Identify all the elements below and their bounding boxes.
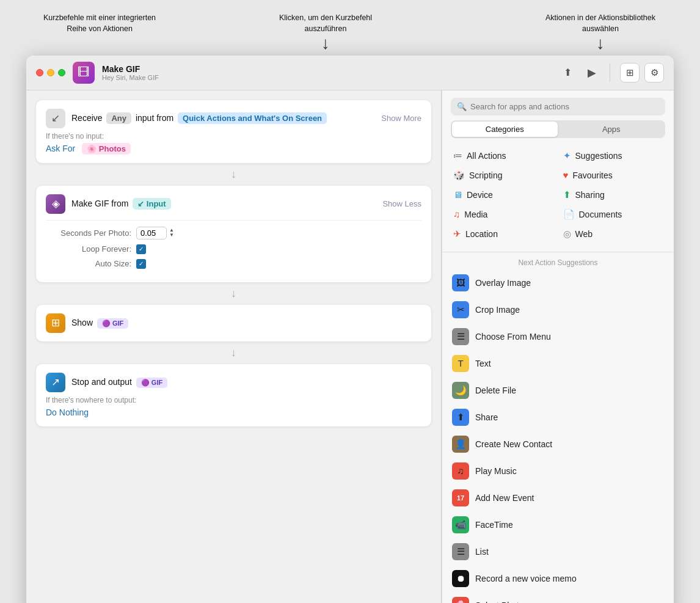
web-icon: ◎ — [563, 228, 571, 239]
category-media[interactable]: ♫ Media — [451, 205, 556, 224]
scripting-icon: 🎲 — [453, 170, 465, 181]
make-gif-content: Make GIF from ↙ Input — [71, 198, 376, 210]
separator — [442, 252, 674, 252]
documents-icon: 📄 — [563, 209, 575, 220]
tab-bar: Categories Apps — [451, 120, 665, 138]
action-delete-file[interactable]: 🌙 Delete File — [447, 377, 669, 404]
text-label: Text — [475, 359, 491, 368]
left-panel: ↙ Receive Any input from Quick Actions a… — [26, 90, 442, 603]
receive-content: Receive Any input from Quick Actions and… — [71, 112, 375, 124]
right-title-actions: ⊞ ⚙ — [620, 63, 664, 82]
favourites-icon: ♥ — [563, 170, 569, 180]
action-text[interactable]: T Text — [447, 350, 669, 377]
category-device[interactable]: 🖥 Device — [451, 186, 556, 204]
category-location[interactable]: ✈ Location — [451, 225, 556, 243]
text-icon: T — [452, 355, 469, 372]
category-scripting[interactable]: 🎲 Scripting — [451, 166, 556, 185]
settings-button[interactable]: ⚙ — [644, 63, 664, 82]
search-input[interactable] — [470, 102, 659, 111]
right-panel: 🔍 Categories Apps ≔ All Actions ✦ — [442, 90, 674, 603]
do-nothing-link[interactable]: Do Nothing — [46, 407, 89, 417]
select-photos-icon: 🌸 — [452, 597, 469, 603]
action-crop-image[interactable]: ✂ Crop Image — [447, 296, 669, 323]
run-button[interactable]: ▶ — [584, 65, 600, 81]
photos-badge[interactable]: 🌸 Photos — [82, 143, 131, 155]
traffic-lights — [36, 69, 65, 76]
ask-for-link[interactable]: Ask For — [46, 144, 75, 153]
documents-label: Documents — [579, 210, 622, 219]
action-create-contact[interactable]: 👤 Create New Contact — [447, 431, 669, 458]
action-share[interactable]: ⬆ Share — [447, 404, 669, 431]
action-facetime[interactable]: 📹 FaceTime — [447, 511, 669, 538]
category-all-actions[interactable]: ≔ All Actions — [451, 147, 556, 165]
search-wrap[interactable]: 🔍 — [451, 98, 665, 115]
stop-card: ↗ Stop and output 🟣 GIF If there's nowhe… — [36, 364, 431, 426]
overlay-image-label: Overlay Image — [475, 278, 531, 288]
action-play-music[interactable]: ♫ Play Music — [447, 458, 669, 484]
actions-list: 🖼 Overlay Image ✂ Crop Image ☰ Choose Fr… — [442, 269, 674, 603]
show-more-btn[interactable]: Show More — [381, 114, 421, 123]
connector-arrow-2: ↓ — [36, 287, 431, 300]
minimize-button[interactable] — [47, 69, 54, 76]
suggestions-header: Next Action Suggestions — [442, 255, 674, 269]
sharing-icon: ⬆ — [563, 189, 571, 200]
title-bar: 🎞 Make GIF Hey Siri, Make GIF ⬆ ▶ ⊞ ⚙ — [26, 56, 674, 90]
category-favourites[interactable]: ♥ Favourites — [561, 166, 666, 185]
any-badge[interactable]: Any — [106, 112, 131, 124]
action-overlay-image[interactable]: 🖼 Overlay Image — [447, 269, 669, 296]
choose-from-menu-label: Choose From Menu — [475, 332, 551, 342]
action-select-photos[interactable]: 🌸 Select Photos — [447, 592, 669, 603]
autosize-label: Auto Size: — [46, 259, 131, 268]
receive-label: Receive — [71, 113, 104, 123]
loop-checkbox[interactable]: ✓ — [136, 244, 146, 254]
tab-categories[interactable]: Categories — [452, 122, 558, 137]
add-action-button[interactable]: ⊞ — [620, 63, 640, 82]
category-sharing[interactable]: ⬆ Sharing — [561, 186, 666, 204]
create-contact-icon: 👤 — [452, 436, 469, 453]
title-actions: ⬆ ▶ — [558, 64, 600, 82]
search-icon: 🔍 — [457, 102, 467, 111]
show-less-btn[interactable]: Show Less — [382, 199, 421, 208]
divider — [610, 64, 610, 82]
list-label: List — [475, 547, 489, 557]
category-documents[interactable]: 📄 Documents — [561, 205, 666, 224]
share-button[interactable]: ⬆ — [558, 64, 577, 82]
action-list[interactable]: ☰ List — [447, 538, 669, 565]
all-actions-label: All Actions — [467, 151, 506, 161]
action-voice-memo[interactable]: ⏺ Record a new voice memo — [447, 565, 669, 592]
autosize-row: Auto Size: ✓ — [46, 259, 421, 269]
show-gif-badge[interactable]: 🟣 GIF — [97, 318, 128, 329]
scripting-label: Scripting — [469, 170, 502, 180]
category-web[interactable]: ◎ Web — [561, 225, 666, 243]
make-gif-label: Make GIF from — [71, 199, 131, 208]
search-bar: 🔍 — [442, 90, 674, 120]
tab-apps[interactable]: Apps — [559, 122, 665, 137]
share-label: Share — [475, 412, 498, 422]
spinner-arrows[interactable]: ▲ ▼ — [169, 228, 174, 238]
select-photos-label: Select Photos — [475, 601, 528, 603]
show-label: Show — [71, 318, 95, 327]
show-content: Show 🟣 GIF — [71, 318, 421, 329]
arrow-down[interactable]: ▼ — [169, 233, 174, 238]
crop-image-label: Crop Image — [475, 305, 520, 315]
action-choose-from-menu[interactable]: ☰ Choose From Menu — [447, 323, 669, 350]
delete-file-icon: 🌙 — [452, 382, 469, 399]
action-add-event[interactable]: 17 Add New Event — [447, 484, 669, 511]
input-badge[interactable]: ↙ Input — [133, 198, 170, 210]
quick-actions-badge[interactable]: Quick Actions and What's On Screen — [178, 112, 327, 124]
loop-label: Loop Forever: — [46, 244, 131, 254]
seconds-input[interactable] — [136, 227, 167, 239]
delete-file-label: Delete File — [475, 386, 516, 395]
title-info: Make GIF Hey Siri, Make GIF — [102, 64, 551, 81]
close-button[interactable] — [36, 69, 43, 76]
category-suggestions[interactable]: ✦ Suggestions — [561, 147, 666, 165]
web-label: Web — [575, 229, 593, 239]
seconds-spinner[interactable]: ▲ ▼ — [136, 227, 174, 239]
connector-arrow-3: ↓ — [36, 346, 431, 359]
stop-gif-badge[interactable]: 🟣 GIF — [136, 378, 167, 388]
annotation-right: Aktionen in der Aktionsbibliothek auswäh… — [539, 12, 662, 51]
fullscreen-button[interactable] — [58, 69, 65, 76]
no-input-label: If there's no input: — [46, 132, 421, 141]
location-label: Location — [465, 229, 498, 239]
autosize-checkbox[interactable]: ✓ — [136, 259, 146, 269]
